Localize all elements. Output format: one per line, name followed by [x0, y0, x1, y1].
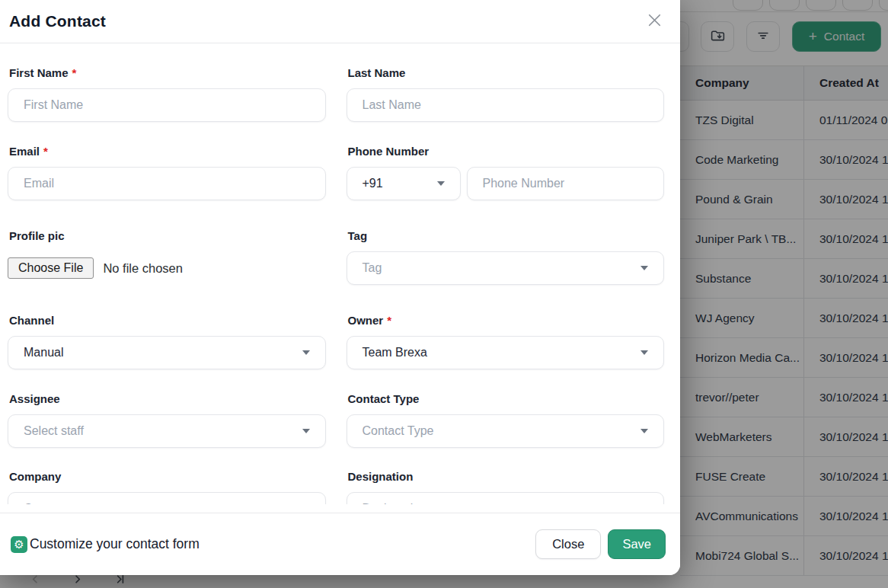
channel-value: Manual: [24, 346, 63, 360]
email-input[interactable]: [8, 167, 326, 200]
required-asterisk: *: [43, 145, 48, 158]
field-company: Company: [8, 470, 326, 504]
profile-pic-file-input[interactable]: Choose File No file chosen: [8, 251, 326, 285]
field-owner: Owner* Team Brexa: [347, 314, 665, 369]
assignee-label: Assignee: [9, 392, 60, 406]
chevron-down-icon: [640, 429, 648, 433]
last-name-label: Last Name: [348, 66, 406, 80]
field-profile-pic: Profile pic Choose File No file chosen: [8, 229, 326, 285]
modal-footer: ⚙ Customize your contact form Close Save: [0, 513, 680, 575]
email-label: Email: [9, 145, 40, 158]
gear-icon: ⚙: [11, 536, 27, 553]
field-designation: Designation: [347, 470, 665, 504]
assignee-select[interactable]: Select staff: [8, 414, 326, 448]
profile-pic-label: Profile pic: [9, 229, 65, 243]
customize-form-label: Customize your contact form: [30, 536, 200, 552]
contact-type-label: Contact Type: [348, 392, 420, 406]
field-first-name: First Name*: [8, 66, 326, 122]
designation-input[interactable]: [347, 492, 665, 504]
designation-label: Designation: [348, 470, 414, 484]
chevron-down-icon: [437, 181, 445, 186]
chevron-down-icon: [302, 350, 310, 355]
required-asterisk: *: [72, 66, 77, 80]
field-assignee: Assignee Select staff: [8, 392, 326, 448]
company-input[interactable]: [8, 492, 326, 504]
assignee-placeholder: Select staff: [24, 424, 84, 438]
company-label: Company: [9, 470, 61, 484]
modal-title: Add Contact: [9, 12, 106, 30]
chevron-down-icon: [640, 266, 648, 270]
add-contact-modal: Add Contact First Name* Last Name Email*: [0, 0, 680, 575]
save-button[interactable]: Save: [608, 529, 666, 559]
field-tag: Tag Tag: [347, 229, 665, 285]
file-chosen-status: No file chosen: [103, 261, 183, 276]
owner-value: Team Brexa: [363, 346, 427, 360]
tag-select[interactable]: Tag: [347, 251, 665, 285]
chevron-down-icon: [640, 350, 648, 355]
first-name-input[interactable]: [8, 88, 326, 122]
customize-form-link[interactable]: ⚙ Customize your contact form: [11, 536, 200, 553]
phone-number-input[interactable]: [467, 167, 665, 200]
country-code-select[interactable]: +91: [347, 167, 461, 200]
choose-file-button[interactable]: Choose File: [8, 257, 94, 279]
channel-select[interactable]: Manual: [8, 336, 326, 369]
field-email: Email*: [8, 145, 326, 200]
tag-placeholder: Tag: [363, 261, 382, 275]
close-modal-button[interactable]: [644, 11, 665, 32]
contact-type-placeholder: Contact Type: [363, 424, 434, 438]
contact-type-select[interactable]: Contact Type: [347, 414, 665, 448]
field-last-name: Last Name: [347, 66, 665, 122]
field-phone: Phone Number +91: [347, 145, 665, 200]
tag-label: Tag: [348, 229, 368, 243]
chevron-down-icon: [302, 429, 310, 433]
close-button[interactable]: Close: [535, 529, 601, 559]
phone-label: Phone Number: [348, 145, 430, 158]
owner-label: Owner: [348, 314, 384, 328]
country-code-value: +91: [363, 177, 383, 190]
required-asterisk: *: [387, 314, 391, 328]
modal-header: Add Contact: [0, 0, 680, 43]
first-name-label: First Name: [9, 66, 69, 80]
field-channel: Channel Manual: [8, 314, 326, 369]
channel-label: Channel: [9, 314, 54, 328]
field-contact-type: Contact Type Contact Type: [347, 392, 665, 448]
modal-body: First Name* Last Name Email* Phone Numbe…: [0, 44, 680, 504]
owner-select[interactable]: Team Brexa: [347, 336, 665, 369]
close-icon: [645, 11, 664, 33]
last-name-input[interactable]: [347, 88, 665, 122]
